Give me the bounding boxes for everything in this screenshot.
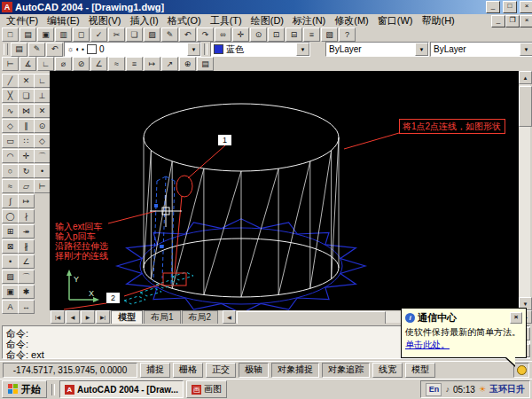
polar-toggle[interactable]: 极轴 — [239, 363, 269, 378]
toolbar-button[interactable]: ⌀ — [55, 57, 72, 71]
toolbar-button[interactable]: ⊡ — [268, 27, 285, 42]
toolbar-button[interactable]: ◇ — [34, 134, 51, 148]
menu-dimension[interactable]: 标注(N) — [288, 14, 330, 27]
chevron-down-icon[interactable]: ▼ — [187, 43, 200, 56]
toolbar-button[interactable]: ❏ — [126, 27, 143, 42]
toolbar-button[interactable]: ✱ — [18, 285, 35, 299]
toolbar-button[interactable]: ✕ — [34, 104, 51, 118]
osnap-toggle[interactable]: 对象捕捉 — [271, 363, 319, 378]
menu-window[interactable]: 窗口(W) — [373, 14, 418, 27]
start-button[interactable]: 开始 — [2, 380, 47, 398]
toolbar-button[interactable]: ▨ — [144, 27, 160, 42]
toolbar-button[interactable]: • — [2, 254, 19, 269]
menu-format[interactable]: 格式(O) — [163, 14, 206, 27]
toolbar-button[interactable]: ≈ — [108, 57, 125, 71]
toolbar-button[interactable]: ✛ — [18, 149, 35, 163]
toolbar-button[interactable]: ▧ — [321, 27, 338, 42]
maximize-button[interactable]: □ — [503, 1, 517, 13]
toolbar-button[interactable]: ╳ — [2, 89, 19, 103]
scroll-up-icon[interactable]: ▲ — [519, 71, 532, 84]
toolbar-button[interactable]: ∟ — [34, 74, 51, 88]
toolbar-button[interactable]: ⊙ — [250, 27, 267, 42]
otrack-toggle[interactable]: 对象追踪 — [322, 363, 370, 378]
language-indicator[interactable]: En — [426, 383, 442, 396]
toolbar-button[interactable]: ∟ — [37, 57, 54, 71]
toolbar-button[interactable]: ≡ — [126, 57, 143, 71]
toolbar-button[interactable]: ↶ — [179, 27, 196, 42]
first-tab-button[interactable]: |◀ — [51, 310, 65, 324]
communication-center-tray-icon[interactable] — [513, 363, 529, 378]
toolbar-button[interactable]: ▥ — [55, 27, 72, 42]
task-paint[interactable]: 画 画图 — [186, 380, 227, 398]
toolbar-button[interactable]: ❏ — [18, 89, 35, 103]
toolbar-button[interactable]: ▤ — [20, 27, 36, 42]
toolbar-button[interactable]: ◇ — [2, 119, 19, 133]
layer-dropdown[interactable]: ☼◐▪ 0 ▼ — [64, 42, 201, 57]
vertical-scroll-thumb[interactable] — [519, 86, 532, 127]
toolbar-button[interactable]: ✎ — [28, 43, 45, 57]
toolbar-button[interactable]: ↠ — [18, 224, 35, 239]
toolbar-button[interactable]: ↗ — [161, 57, 178, 71]
tab-layout1[interactable]: 布局1 — [144, 310, 181, 324]
toolbar-button[interactable]: ↦ — [18, 194, 35, 208]
toolbar-button[interactable]: ↷ — [197, 27, 214, 42]
color-dropdown[interactable]: 蓝色 ▼ — [210, 42, 310, 57]
tab-layout2[interactable]: 布局2 — [182, 310, 219, 324]
toolbar-button[interactable]: ∦ — [18, 239, 35, 254]
toolbar-button[interactable]: ⌒ — [34, 149, 51, 163]
toolbar-button[interactable]: ○ — [2, 164, 19, 178]
toolbar-button[interactable]: ∥ — [18, 119, 35, 133]
toolbar-button[interactable]: ◠ — [2, 149, 19, 163]
toolbar-button[interactable]: ⊠ — [2, 239, 19, 254]
horizontal-scroll-thumb[interactable] — [237, 311, 386, 325]
toolbar-button[interactable]: ✓ — [90, 27, 107, 42]
toolbar-button[interactable]: A — [2, 300, 19, 314]
menu-edit[interactable]: 编辑(E) — [43, 14, 84, 27]
toolbar-button[interactable]: ↔ — [18, 300, 35, 314]
menu-help[interactable]: 帮助(H) — [418, 14, 459, 27]
balloon-close-icon[interactable]: × — [510, 312, 522, 324]
toolbar-button[interactable]: ∞ — [215, 27, 231, 42]
menu-file[interactable]: 文件(F) — [2, 14, 43, 27]
menu-draw[interactable]: 绘图(D) — [246, 14, 288, 27]
toolbar-button[interactable]: ⊟ — [286, 27, 302, 42]
menu-insert[interactable]: 插入(I) — [125, 14, 162, 27]
toolbar-button[interactable]: ⊥ — [34, 89, 51, 103]
toolbar-button[interactable]: ∡ — [20, 57, 36, 71]
toolbar-button[interactable]: ≈ — [2, 179, 19, 193]
toolbar-button[interactable]: ∫ — [2, 194, 19, 208]
prev-tab-button[interactable]: ◀ — [66, 310, 80, 324]
toolbar-button[interactable]: ▨ — [2, 270, 19, 284]
toolbar-button[interactable]: ▣ — [37, 27, 54, 42]
toolbar-button[interactable]: ╱ — [2, 74, 19, 88]
chevron-down-icon[interactable]: ▼ — [415, 43, 428, 56]
tray-volume-icon[interactable]: ♪ — [445, 385, 450, 394]
toolbar-button[interactable]: • — [34, 164, 51, 178]
toolbar-button[interactable]: ∿ — [2, 104, 19, 118]
menu-modify[interactable]: 修改(M) — [330, 14, 373, 27]
next-tab-button[interactable]: ▶ — [81, 310, 95, 324]
toolbar-button[interactable]: ? — [339, 27, 356, 42]
toolbar-button[interactable]: ⊢ — [2, 57, 19, 71]
toolbar-button[interactable]: ✂ — [108, 27, 125, 42]
toolbar-button[interactable]: ✕ — [18, 74, 35, 88]
toolbar-button[interactable]: ✎ — [161, 27, 178, 42]
linetype-dropdown[interactable]: ByLayer ▼ — [325, 42, 429, 57]
canvas-vertical-scrollbar[interactable]: ▲ ▼ — [519, 71, 530, 310]
toolbar-button[interactable]: ◻ — [73, 27, 90, 42]
toolbar-button[interactable]: ∷ — [18, 134, 35, 148]
toolbar-button[interactable]: ▭ — [2, 134, 19, 148]
model-space-toggle[interactable]: 模型 — [405, 363, 435, 378]
chevron-down-icon[interactable]: ▼ — [296, 43, 309, 56]
toolbar-button[interactable]: ✛ — [232, 27, 249, 42]
toolbar-button[interactable]: ∠ — [18, 254, 35, 269]
toolbar-button[interactable]: ⊞ — [2, 224, 19, 239]
toolbar-button[interactable]: ⌒ — [18, 270, 35, 284]
tab-model[interactable]: 模型 — [111, 310, 143, 324]
menu-tools[interactable]: 工具(T) — [206, 14, 246, 27]
toolbar-button[interactable]: ⋈ — [18, 104, 35, 118]
toolbar-button[interactable]: ↦ — [144, 57, 160, 71]
ortho-toggle[interactable]: 正交 — [206, 363, 236, 378]
toolbar-button[interactable]: □ — [2, 27, 19, 42]
menu-view[interactable]: 视图(V) — [84, 14, 126, 27]
